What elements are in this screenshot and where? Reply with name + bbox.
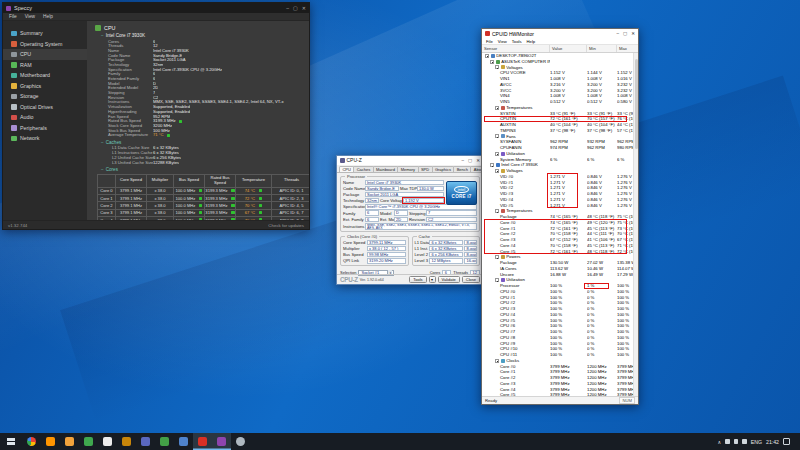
tree-collapse-icon[interactable] [495,65,499,69]
speccy-menu-item[interactable]: View [25,14,35,19]
hidden-icons-chevron-icon[interactable]: ∧ [718,439,722,445]
hwmonitor-menu-item[interactable]: Help [527,39,536,44]
maxtdp-label: Max TDP [400,186,415,191]
sensor-min: 0.846 V [587,203,617,209]
tray-onedrive-icon[interactable] [725,439,730,444]
core-row: Core 2 3799.1 MHz x 38.0 100.0 MHz 3199.… [98,202,309,209]
sidebar-item-icon [11,104,17,110]
clock-value: 3199.20 MHz [367,258,406,263]
sensor-category-icon [496,60,500,64]
taskbar-app-icon[interactable] [117,433,136,450]
check-updates-link[interactable]: Check for updates [268,223,304,228]
col-sensor[interactable]: Sensor [482,45,550,52]
speccy-sidebar-item[interactable]: Motherboard [3,70,87,81]
speccy-sidebar-item[interactable]: Peripherals [3,123,87,134]
tree-collapse-icon[interactable] [495,255,499,259]
tree-collapse-icon[interactable] [495,278,499,282]
speccy-minimize-button[interactable]: – [286,5,289,11]
taskbar-app-icon[interactable] [60,433,79,450]
tray-volume-icon[interactable] [742,439,747,444]
hwmonitor-scrollbar[interactable] [633,53,638,396]
speccy-sidebar-item[interactable]: Network [3,133,87,144]
tree-collapse-icon[interactable] [490,163,494,167]
tree-collapse-icon[interactable] [495,152,499,156]
cpuz-tab[interactable]: Graphics [432,166,455,172]
cpuz-maximize-button[interactable]: ▢ [468,158,472,163]
taskbar-app-icon[interactable] [212,433,231,450]
tree-collapse-icon[interactable] [495,209,499,213]
speccy-sidebar-item[interactable]: Storage [3,91,87,102]
speccy-titlebar[interactable]: Speccy – ▢ ✕ [3,3,309,13]
speccy-sidebar-item[interactable]: RAM [3,60,87,71]
cpuz-tab[interactable]: Memory [397,166,418,172]
taskbar-app-icon[interactable] [22,433,41,450]
sidebar-item-icon [11,125,17,131]
cpuz-tab[interactable]: Mainboard [373,166,399,172]
family-value: 6 [365,210,379,215]
revision-label: Revision [409,217,424,222]
sensor-row[interactable]: Core #5 3799 MHz 1200 MHz 3799 MHz [482,392,638,396]
tree-collapse-icon[interactable] [485,54,489,58]
speccy-sidebar-item[interactable]: Optical Drives [3,102,87,113]
cpuz-minimize-button[interactable]: – [461,158,464,163]
caches-tree-node[interactable]: −Caches [101,140,305,145]
taskbar-app-icon[interactable] [98,433,117,450]
speccy-window: Speccy – ▢ ✕ FileViewHelp Summary Operat… [2,2,310,230]
sensor-value: 3799 MHz [550,392,587,396]
taskbar-app-icon[interactable] [155,433,174,450]
tools-button[interactable]: Tools [409,276,426,283]
speccy-menu-item[interactable]: Help [43,14,53,19]
cpu-tree-node[interactable]: −Intel Core i7 3930K [101,33,305,38]
taskbar-app-icon[interactable] [231,433,250,450]
taskbar-app-icon[interactable] [79,433,98,450]
cpuz-close-button[interactable]: ✕ [476,158,480,163]
start-button[interactable] [0,433,22,450]
hwmonitor-titlebar[interactable]: CPUID HWMonitor – ▢ ✕ [482,29,638,38]
sidebar-item-icon [11,41,17,47]
close-button[interactable]: Close [462,276,480,283]
tools-dropdown-button[interactable]: ▾ [429,276,436,283]
notification-center-icon[interactable] [783,438,790,445]
hwmonitor-maximize-button[interactable]: ▢ [623,31,627,36]
scrollbar-thumb[interactable] [635,59,638,149]
validate-button[interactable]: Validate [438,276,460,283]
tray-clock[interactable]: 21:42 [766,439,779,445]
tray-network-icon[interactable] [734,439,739,444]
hwmonitor-minimize-button[interactable]: – [616,31,619,36]
col-min[interactable]: Min [587,45,617,52]
hwmonitor-close-button[interactable]: ✕ [631,31,635,36]
sensor-min: 6 % [587,157,617,163]
taskbar-app-icon[interactable] [41,433,60,450]
cpuz-tab[interactable]: Caches [353,166,373,172]
speccy-sidebar-item[interactable]: Summary [3,28,87,39]
cpuz-titlebar[interactable]: CPU-Z – ▢ ✕ [337,156,483,165]
speccy-maximize-button[interactable]: ▢ [293,5,298,11]
tree-collapse-icon[interactable] [495,106,499,110]
sidebar-item-label: CPU [20,51,31,57]
taskbar-app-icon[interactable] [193,433,212,450]
hwmonitor-menu-item[interactable]: Tools [512,39,522,44]
tree-collapse-icon[interactable] [495,359,499,363]
speccy-sidebar-item[interactable]: CPU [3,49,87,60]
cpuz-tab[interactable]: CPU [339,166,354,172]
cpuz-tab[interactable]: Bench [453,166,471,172]
field-key: Average Temperature [95,133,153,138]
speccy-sidebar-item[interactable]: Graphics [3,81,87,92]
col-value[interactable]: Value [550,45,587,52]
tree-collapse-icon[interactable] [490,60,494,64]
speccy-menu-item[interactable]: File [9,14,17,19]
speccy-sidebar-item[interactable]: Operating System [3,39,87,50]
speccy-sidebar-item[interactable]: Audio [3,112,87,123]
tree-collapse-icon[interactable] [495,134,499,138]
speccy-close-button[interactable]: ✕ [302,5,306,11]
tree-collapse-icon[interactable] [495,169,499,173]
col-max[interactable]: Max [617,45,638,52]
cores-tree-node[interactable]: −Cores [101,167,305,172]
cpuz-tab[interactable]: SPD [418,166,433,172]
hwmonitor-menu-item[interactable]: File [486,39,493,44]
taskbar-app-icon[interactable] [174,433,193,450]
multiplier-cell: x 38.0 [147,188,174,195]
tray-language[interactable]: ENG [751,439,762,445]
hwmonitor-menu-item[interactable]: View [498,39,507,44]
taskbar-app-icon[interactable] [136,433,155,450]
